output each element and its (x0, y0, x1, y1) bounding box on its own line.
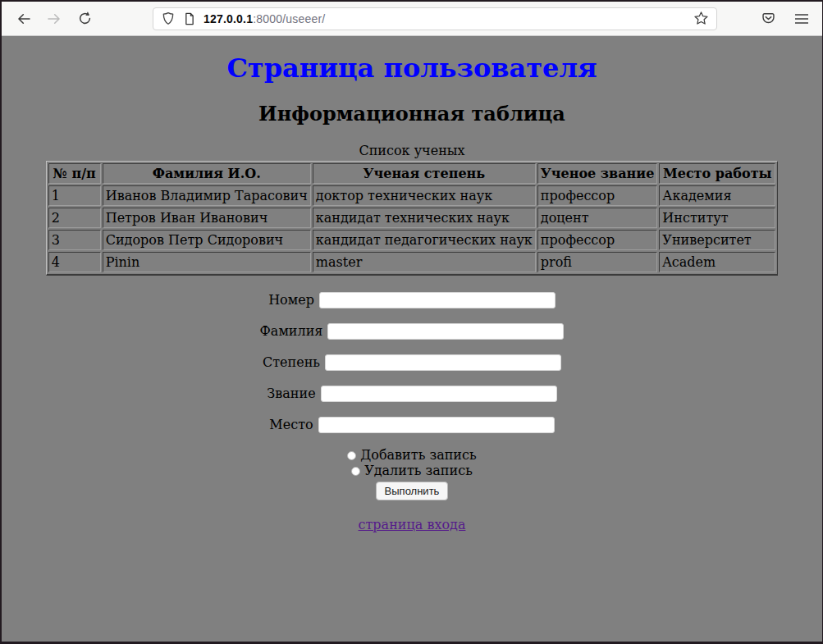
cell-degree: доктор технических наук (313, 185, 536, 206)
section-title: Информационная таблица (2, 103, 822, 126)
degree-label: Степень (263, 354, 320, 370)
rank-label: Звание (267, 386, 315, 401)
cell-name: Pinin (103, 252, 311, 272)
radio-row-delete: Удалить запись (2, 463, 822, 478)
back-icon (16, 11, 32, 27)
cell-place: Academ (659, 252, 775, 272)
cell-place: Академия (659, 185, 775, 206)
form-row-place: Место (2, 416, 822, 433)
table-row: 1 Иванов Владимир Тарасович доктор техни… (48, 185, 776, 206)
form-row-number: Номер (2, 291, 822, 308)
cell-name: Сидоров Петр Сидорович (103, 230, 311, 250)
form-row-surname: Фамилия (2, 322, 822, 340)
cell-place: Институт (659, 208, 775, 228)
cell-degree: master (313, 252, 536, 272)
page-content: Страница пользователя Информационная таб… (2, 36, 822, 642)
cell-rank: профессор (537, 230, 657, 250)
delete-record-radio[interactable] (351, 467, 360, 476)
url-host: 127.0.0.1 (203, 12, 253, 25)
menu-button[interactable] (794, 12, 809, 25)
place-input[interactable] (318, 417, 555, 433)
rank-input[interactable] (321, 386, 557, 402)
cell-degree: кандидат педагогических наук (313, 230, 536, 250)
reload-icon (77, 11, 93, 26)
surname-input[interactable] (327, 323, 564, 340)
cell-rank: профессор (537, 185, 657, 206)
browser-window: 127.0.0.1:8000/useeer/ Страни (2, 2, 822, 642)
url-path: :8000/useeer/ (253, 12, 325, 25)
url-bar[interactable]: 127.0.0.1:8000/useeer/ (153, 7, 717, 30)
header-rank: Ученое звание (537, 163, 657, 184)
hamburger-icon (794, 12, 809, 25)
forward-icon (46, 11, 62, 27)
radio-row-add: Добавить запись (2, 447, 822, 463)
table-row: 3 Сидоров Петр Сидорович кандидат педаго… (48, 230, 776, 250)
add-record-label: Добавить запись (360, 447, 476, 463)
cell-number: 3 (48, 230, 101, 250)
page-title: Страница пользователя (2, 53, 822, 84)
cell-number: 4 (48, 252, 101, 272)
pocket-icon[interactable] (761, 11, 776, 26)
url-text: 127.0.0.1:8000/useeer/ (203, 12, 325, 25)
shield-icon[interactable] (161, 11, 176, 26)
browser-toolbar: 127.0.0.1:8000/useeer/ (2, 2, 822, 36)
record-form: Номер Фамилия Степень Звание Место Добав… (2, 291, 822, 532)
number-input[interactable] (319, 292, 556, 308)
back-button[interactable] (15, 10, 33, 28)
surname-label: Фамилия (260, 323, 323, 339)
header-name: Фамилия И.О. (103, 163, 311, 184)
toolbar-right (761, 11, 814, 26)
forward-button[interactable] (45, 10, 63, 28)
form-row-degree: Степень (2, 354, 822, 371)
form-row-rank: Звание (2, 385, 822, 402)
bookmark-star-icon[interactable] (693, 11, 709, 26)
cell-rank: доцент (537, 208, 657, 228)
cell-number: 2 (48, 208, 101, 228)
cell-rank: profi (537, 252, 657, 272)
degree-input[interactable] (325, 354, 561, 371)
scientists-table: № п/п Фамилия И.О. Ученая степень Ученое… (46, 161, 779, 276)
table-header-row: № п/п Фамилия И.О. Ученая степень Ученое… (48, 163, 776, 184)
table-caption: Список ученых (2, 143, 822, 158)
execute-button[interactable]: Выполнить (376, 482, 449, 500)
table-row: 2 Петров Иван Иванович кандидат техничес… (48, 208, 776, 228)
cell-name: Иванов Владимир Тарасович (103, 185, 311, 206)
cell-number: 1 (48, 185, 101, 206)
header-place: Место работы (659, 163, 775, 184)
cell-name: Петров Иван Иванович (103, 208, 311, 228)
place-label: Место (269, 417, 313, 432)
cell-place: Университет (659, 230, 775, 250)
login-page-link[interactable]: страница входа (359, 517, 466, 532)
page-info-icon[interactable] (183, 12, 196, 25)
add-record-radio[interactable] (347, 451, 356, 460)
cell-degree: кандидат технических наук (313, 208, 536, 228)
number-label: Номер (268, 292, 314, 308)
table-row: 4 Pinin master profi Academ (48, 252, 776, 272)
header-degree: Ученая степень (313, 163, 536, 184)
delete-record-label: Удалить запись (364, 463, 473, 478)
header-number: № п/п (48, 163, 101, 184)
reload-button[interactable] (75, 10, 94, 28)
